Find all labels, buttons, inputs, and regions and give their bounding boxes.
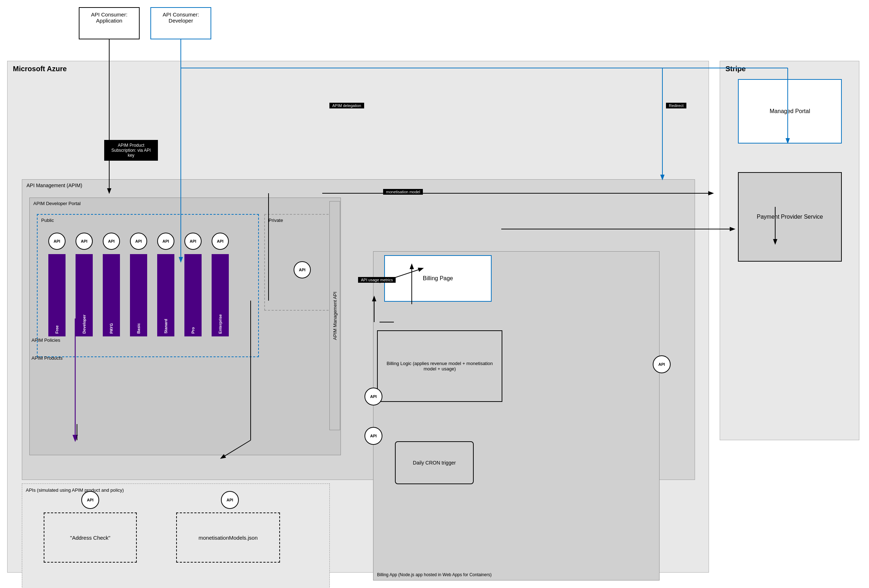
api-usage-metrics-label: API usage metrics [358, 277, 396, 283]
api-consumer-app-box: API Consumer: Application [79, 7, 139, 39]
managed-portal-box: Managed Portal [738, 79, 842, 144]
api-circle-2: API [76, 233, 93, 250]
address-check-label: "Address Check" [70, 535, 110, 541]
apis-section-label: APIs (simulated using APIM product and p… [26, 487, 124, 493]
api-consumer-dev-label: API Consumer: Developer [163, 12, 199, 24]
api-circle-4: API [130, 233, 147, 250]
billing-logic-box: Billing Logic (applies revenue model + m… [377, 330, 502, 402]
apim-management-area: API Management (APIM) APIM Developer Por… [22, 179, 695, 480]
azure-label: Microsoft Azure [13, 65, 67, 73]
diagram-container: API Consumer: Application API Consumer: … [0, 0, 869, 588]
billing-area: Billing Page Billing Logic (applies reve… [373, 251, 660, 581]
apim-delegation-label: APIM delegation [329, 103, 364, 108]
monetisation-models-label: monetisationModels.json [198, 535, 257, 541]
apim-policies-label: APIM Policies [31, 338, 60, 343]
api-circle-5: API [157, 233, 174, 250]
api-circle-mgmt: API [365, 388, 383, 406]
address-check-box: "Address Check" [44, 512, 137, 563]
product-bar-developer: Developer [76, 254, 93, 336]
billing-logic-label: Billing Logic (applies revenue model + m… [381, 361, 498, 372]
billing-app-label: Billing App (Node.js app hosted in Web A… [377, 572, 492, 577]
managed-portal-label: Managed Portal [770, 108, 810, 114]
product-bar-basic: Basic [130, 254, 147, 336]
api-consumer-dev-box: API Consumer: Developer [150, 7, 211, 39]
api-circle-6: API [184, 233, 202, 250]
apis-section: APIs (simulated using APIM product and p… [22, 483, 330, 588]
product-bar-free: Free [48, 254, 65, 336]
redirect-label: Redirect [666, 103, 687, 108]
apim-management-label: API Management (APIM) [27, 182, 82, 188]
api-circle-payment: API [653, 355, 671, 373]
azure-region: Microsoft Azure APIM Product Subscriptio… [7, 61, 709, 573]
api-circle-1: API [48, 233, 65, 250]
product-bar-standard: Stanard [157, 254, 174, 336]
private-api-circle: API [294, 261, 311, 278]
billing-page-label: Billing Page [423, 275, 453, 281]
apim-dev-portal-label: APIM Developer Portal [33, 201, 80, 206]
billing-page-box: Billing Page [384, 255, 492, 302]
apim-mgmt-api-label: APIM Management API [329, 201, 340, 430]
apim-product-sub-label: APIM Product Subscription: via API key [104, 140, 158, 161]
payment-provider-label: Payment Provider Service [757, 214, 823, 220]
payment-provider-box: Payment Provider Service [738, 172, 842, 262]
stripe-label: Stripe [725, 65, 746, 73]
api-circle-3: API [103, 233, 120, 250]
api-circle-address: API [81, 491, 99, 509]
api-circle-monetisation: API [221, 491, 239, 509]
api-circles-row: API API API API API API API [48, 233, 229, 250]
monetisation-model-label: monetisation model [383, 189, 423, 195]
monetisation-models-box: monetisationModels.json [176, 512, 280, 563]
private-label: Private [268, 218, 283, 223]
product-bar-enterprise: Enterprise [212, 254, 229, 336]
product-bar-pro: Pro [184, 254, 202, 336]
stripe-region: Stripe Managed Portal Payment Provider S… [720, 61, 859, 440]
daily-cron-label: Daily CRON trigger [413, 460, 456, 466]
product-bar-payg: PAYG [103, 254, 120, 336]
product-bars: Free Developer PAYG Basic Stanard Pro En… [48, 254, 229, 336]
private-box: Private API [264, 214, 332, 311]
apim-dev-portal: APIM Developer Portal Public API API API… [30, 197, 341, 455]
api-consumer-app-label: API Consumer: Application [91, 12, 128, 24]
api-circle-7: API [212, 233, 229, 250]
apim-products-label: APIM Products [31, 355, 63, 361]
public-label: Public [41, 218, 54, 223]
api-circle-usage: API [365, 427, 383, 445]
public-box: Public API API API API API API API Free [37, 214, 259, 357]
daily-cron-box: Daily CRON trigger [395, 441, 474, 484]
